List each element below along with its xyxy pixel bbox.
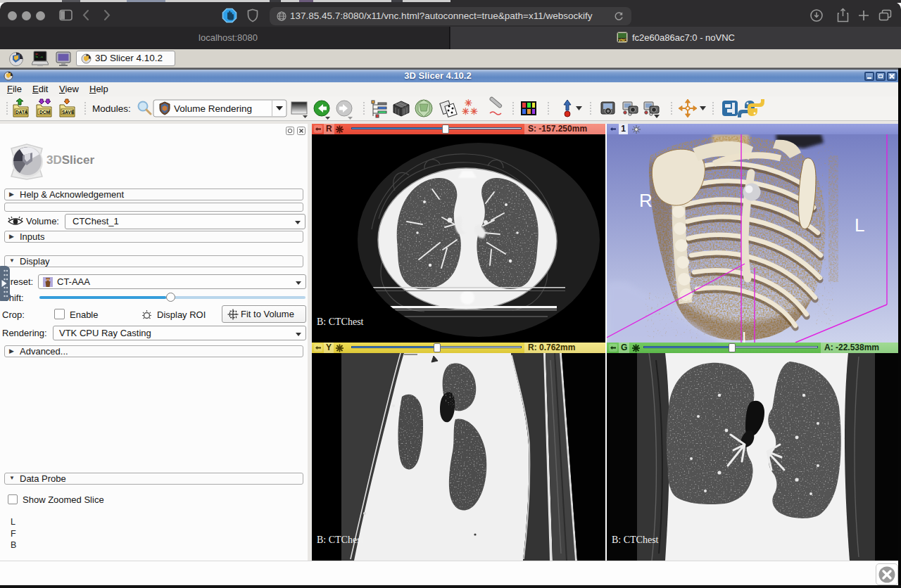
svg-text:Modules:: Modules: [92,103,131,114]
svg-text:I: I [742,328,746,343]
svg-text:DATA: DATA [15,110,27,115]
svg-text:R: R [639,190,653,211]
svg-text:Volume Rendering: Volume Rendering [174,103,252,114]
svg-text:VNC: VNC [619,38,627,42]
svg-text:L: L [855,215,864,236]
svg-text:✳: ✳ [462,106,470,117]
svg-text:SAVE: SAVE [62,110,75,115]
svg-text:DCM: DCM [39,110,50,115]
svg-text:✳: ✳ [470,106,478,117]
svg-text:ls -a: ls -a [35,56,43,58]
